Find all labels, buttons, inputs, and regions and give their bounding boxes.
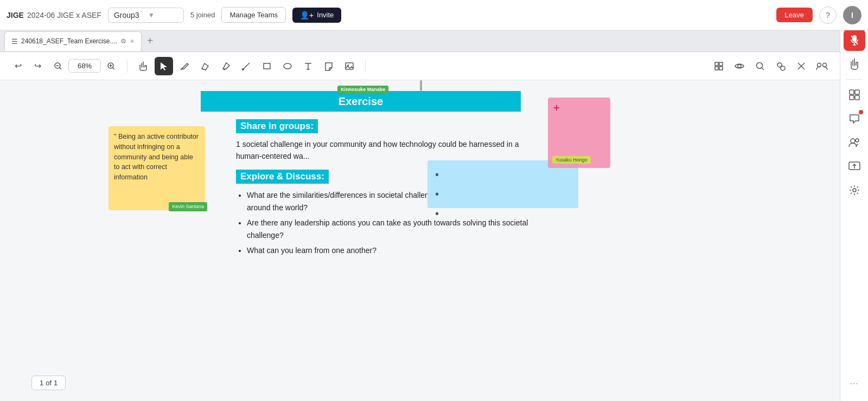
brand-shortname: JIGE <box>7 11 24 20</box>
svg-line-44 <box>778 63 781 67</box>
person-plus-icon: 👤+ <box>300 11 314 20</box>
svg-rect-38 <box>719 67 723 70</box>
exercise-title: Kinnosuke Manabe Exercise <box>339 95 383 108</box>
share-body-text: 1 societal challenge in your community a… <box>236 139 545 162</box>
yellow-sticky-note[interactable]: " Being an active contributor without in… <box>108 126 205 210</box>
svg-rect-28 <box>264 63 270 69</box>
yellow-sticky-text: " Being an active contributor without in… <box>114 133 199 181</box>
chat-notification-dot <box>859 110 863 114</box>
plus-icon: + <box>553 102 560 114</box>
question-mark-icon: ? <box>826 11 830 20</box>
zoom-out-button[interactable] <box>49 57 67 75</box>
invite-button[interactable]: 👤+ Invite <box>292 8 341 23</box>
total-pages: 1 <box>54 379 58 387</box>
joined-count: 5 joined <box>190 11 215 19</box>
svg-point-27 <box>242 68 244 70</box>
redo-button[interactable]: ↪ <box>28 57 47 75</box>
document-tab[interactable]: ☰ 240618_ASEF_Team Exercise.... ⚙ ✕ <box>4 31 142 51</box>
grid-view-icon[interactable] <box>844 84 865 106</box>
text-tool-button[interactable] <box>299 57 317 75</box>
svg-rect-33 <box>346 63 353 69</box>
kinnosuke-label: Kinnosuke Manabe <box>337 86 388 93</box>
search-tool-button[interactable] <box>751 57 769 75</box>
tab-bar: ☰ 240618_ASEF_Team Exercise.... ⚙ ✕ + <box>0 30 840 52</box>
participants-icon[interactable] <box>844 132 865 153</box>
document-icon: ☰ <box>11 37 18 46</box>
toolbar-separator-right <box>365 60 366 73</box>
collaboration-tool-button[interactable] <box>813 57 831 75</box>
svg-rect-7 <box>850 90 854 94</box>
svg-rect-35 <box>715 62 718 66</box>
eraser-tool-button[interactable] <box>196 57 214 75</box>
highlighter-tool-button[interactable] <box>216 57 235 75</box>
svg-line-26 <box>243 63 250 69</box>
chat-icon[interactable] <box>844 108 865 130</box>
svg-rect-8 <box>855 90 859 94</box>
cursor-tool-button[interactable] <box>771 57 790 75</box>
mic-off-icon[interactable] <box>844 29 865 51</box>
zoom-group: 68% <box>49 57 120 75</box>
select-tool-button[interactable] <box>155 57 173 75</box>
toolbar-right-group <box>710 57 831 75</box>
yusaku-label: Yusaku Hongo <box>552 156 591 164</box>
current-page: 1 <box>40 379 43 387</box>
svg-rect-37 <box>715 67 718 70</box>
grid-tool-button[interactable] <box>710 57 728 75</box>
brand: JIGE 2024-06 JIGE x ASEF <box>7 11 101 20</box>
add-tab-button[interactable]: + <box>143 35 158 47</box>
svg-point-39 <box>738 64 741 68</box>
group-selector[interactable]: Group3 ▼ <box>108 8 184 23</box>
leave-button[interactable]: Leave <box>776 8 813 22</box>
user-avatar[interactable]: I <box>843 6 861 24</box>
sticky-note-tool-button[interactable] <box>320 57 338 75</box>
line-tool-button[interactable] <box>237 57 256 75</box>
main-area: ☰ 240618_ASEF_Team Exercise.... ⚙ ✕ + ↩ … <box>0 30 840 401</box>
avatar-initial: I <box>851 11 853 20</box>
help-button[interactable]: ? <box>819 7 837 24</box>
explore-heading: Explore & Discuss: <box>236 170 329 184</box>
bullet-item-3: What can you learn from one another? <box>247 244 545 256</box>
ellipse-tool-button[interactable] <box>278 57 297 75</box>
cut-tool-button[interactable] <box>792 57 810 75</box>
svg-point-43 <box>781 66 785 70</box>
svg-rect-10 <box>855 95 859 100</box>
pink-sticky-note[interactable]: + Yusaku Hongo <box>548 98 610 168</box>
share-heading: Share in groups: <box>236 119 318 133</box>
view-tool-button[interactable] <box>730 57 749 75</box>
group-value: Group3 <box>114 11 144 20</box>
exercise-header-banner: Kinnosuke Manabe Exercise <box>201 91 521 112</box>
share-screen-icon[interactable] <box>844 156 865 177</box>
brand-fullname: 2024-06 JIGE x ASEF <box>27 11 101 20</box>
svg-point-12 <box>856 139 859 142</box>
svg-line-41 <box>762 68 764 70</box>
canvas-area[interactable]: Kinnosuke Manabe Exercise Share in group… <box>0 80 840 401</box>
pen-tool-button[interactable] <box>175 57 194 75</box>
tab-settings-icon[interactable]: ⚙ <box>120 37 126 45</box>
top-bar: JIGE 2024-06 JIGE x ASEF Group3 ▼ 5 join… <box>0 0 868 30</box>
undo-button[interactable]: ↩ <box>9 57 27 75</box>
svg-rect-9 <box>850 95 854 100</box>
chevron-down-icon: ▼ <box>148 11 178 19</box>
svg-line-20 <box>113 67 115 69</box>
hand-tool-button[interactable] <box>134 57 152 75</box>
zoom-level-display[interactable]: 68% <box>68 59 101 73</box>
manage-teams-button[interactable]: Manage Teams <box>221 7 286 23</box>
tab-close-icon[interactable]: ✕ <box>130 38 135 45</box>
resize-handle[interactable] <box>420 80 422 91</box>
more-options-icon[interactable]: ··· <box>844 373 865 394</box>
page-separator: of <box>46 379 52 387</box>
zoom-in-button[interactable] <box>102 57 120 75</box>
rectangle-tool-button[interactable] <box>258 57 276 75</box>
raise-hand-icon[interactable] <box>844 53 865 75</box>
toolbar-separator <box>127 60 127 73</box>
svg-line-24 <box>202 69 206 70</box>
bullet-dots: ••• <box>435 165 571 223</box>
ellipsis-icon: ··· <box>850 379 858 389</box>
toolbar: ↩ ↪ 68% <box>0 52 840 80</box>
settings-icon[interactable] <box>844 179 865 201</box>
sidebar-divider <box>846 79 863 80</box>
image-tool-button[interactable] <box>340 57 359 75</box>
page-indicator: 1 of 1 <box>31 376 66 390</box>
sidebar-bottom: ··· <box>844 373 865 401</box>
svg-line-17 <box>60 67 62 69</box>
